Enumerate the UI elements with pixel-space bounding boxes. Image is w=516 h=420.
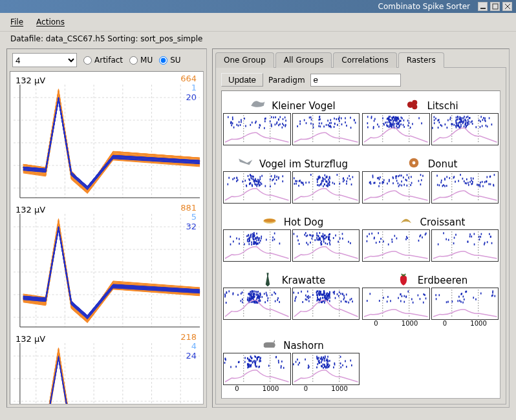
window-close-button[interactable] bbox=[502, 2, 512, 11]
svg-rect-585 bbox=[488, 183, 489, 185]
svg-rect-811 bbox=[453, 242, 454, 244]
svg-rect-732 bbox=[325, 236, 327, 238]
tab-correlations[interactable]: Correlations bbox=[333, 52, 396, 68]
svg-rect-438 bbox=[347, 178, 348, 180]
svg-rect-807 bbox=[469, 235, 470, 237]
svg-rect-575 bbox=[480, 182, 481, 184]
svg-rect-783 bbox=[391, 238, 392, 240]
svg-rect-1023 bbox=[326, 296, 327, 298]
svg-rect-530 bbox=[380, 176, 381, 178]
svg-rect-1269 bbox=[334, 364, 335, 366]
svg-rect-310 bbox=[467, 121, 468, 123]
svg-rect-606 bbox=[443, 184, 444, 186]
svg-rect-1079 bbox=[328, 293, 330, 295]
svg-rect-1250 bbox=[323, 357, 324, 359]
tab-one-group[interactable]: One Group bbox=[215, 52, 274, 68]
svg-rect-1125 bbox=[461, 293, 462, 295]
svg-rect-1224 bbox=[333, 366, 334, 368]
window-maximize-button[interactable] bbox=[490, 2, 500, 11]
paradigm-input[interactable] bbox=[310, 74, 401, 87]
raster-area[interactable]: Kleiner VogelLitschiVogel im SturzflugDo… bbox=[221, 90, 500, 399]
window-minimize-button[interactable] bbox=[478, 2, 488, 11]
svg-rect-1083 bbox=[398, 297, 399, 299]
tab-all-groups[interactable]: All Groups bbox=[275, 52, 332, 68]
svg-rect-612 bbox=[468, 184, 469, 186]
svg-rect-458 bbox=[295, 180, 296, 182]
svg-rect-481 bbox=[298, 185, 299, 187]
bird-icon bbox=[247, 96, 268, 113]
svg-rect-920 bbox=[274, 291, 275, 293]
svg-rect-529 bbox=[392, 177, 394, 179]
radio-su-label: SU bbox=[170, 56, 180, 65]
svg-rect-1018 bbox=[348, 302, 349, 304]
radio-artifact-input[interactable] bbox=[83, 56, 92, 65]
svg-rect-1196 bbox=[250, 364, 251, 366]
svg-rect-988 bbox=[352, 300, 353, 302]
psth-plot bbox=[362, 229, 430, 262]
svg-rect-351 bbox=[438, 119, 439, 121]
svg-rect-702 bbox=[342, 238, 343, 240]
group-select[interactable]: 4 bbox=[12, 53, 77, 67]
svg-rect-263 bbox=[461, 117, 462, 119]
svg-rect-297 bbox=[485, 125, 486, 127]
stimulus-cell: Croissant bbox=[362, 210, 499, 262]
svg-rect-788 bbox=[388, 244, 389, 246]
waveform-plot[interactable]: 132 μV218424 bbox=[10, 330, 203, 404]
svg-rect-495 bbox=[296, 180, 297, 182]
svg-rect-603 bbox=[466, 182, 467, 184]
svg-rect-1209 bbox=[255, 362, 256, 364]
svg-rect-579 bbox=[438, 184, 440, 186]
svg-rect-518 bbox=[403, 176, 404, 178]
radio-mu-input[interactable] bbox=[129, 56, 138, 65]
svg-rect-1056 bbox=[340, 293, 341, 295]
svg-rect-810 bbox=[484, 242, 485, 244]
svg-rect-132 bbox=[310, 123, 312, 125]
svg-rect-441 bbox=[349, 175, 350, 177]
wave-counts: 664120 bbox=[180, 74, 197, 102]
svg-rect-138 bbox=[334, 123, 336, 125]
radio-su-input[interactable] bbox=[159, 56, 167, 65]
svg-rect-457 bbox=[296, 183, 297, 185]
svg-rect-423 bbox=[227, 184, 228, 185]
svg-rect-950 bbox=[251, 296, 252, 298]
svg-rect-1276 bbox=[307, 367, 308, 369]
svg-rect-580 bbox=[489, 184, 491, 185]
svg-rect-597 bbox=[472, 178, 473, 180]
svg-rect-818 bbox=[443, 232, 444, 234]
svg-point-512 bbox=[412, 162, 415, 165]
svg-rect-400 bbox=[282, 180, 283, 182]
svg-rect-411 bbox=[250, 177, 252, 179]
svg-rect-683 bbox=[253, 233, 255, 235]
svg-rect-106 bbox=[305, 122, 306, 124]
svg-rect-692 bbox=[239, 243, 240, 245]
svg-rect-913 bbox=[257, 297, 258, 299]
svg-rect-844 bbox=[264, 301, 266, 303]
waveform-plot[interactable]: 132 μV881532 bbox=[10, 201, 203, 330]
radio-mu[interactable]: MU bbox=[129, 56, 153, 65]
svg-rect-1207 bbox=[260, 358, 261, 360]
svg-rect-718 bbox=[296, 235, 297, 237]
svg-rect-334 bbox=[449, 117, 451, 119]
svg-rect-467 bbox=[334, 183, 335, 185]
menu-file[interactable]: File bbox=[5, 16, 28, 28]
radio-su[interactable]: SU bbox=[159, 56, 180, 65]
svg-rect-1106 bbox=[423, 302, 424, 304]
svg-rect-662 bbox=[230, 236, 231, 238]
radio-artifact[interactable]: Artifact bbox=[83, 56, 123, 65]
svg-rect-792 bbox=[420, 235, 422, 236]
menu-actions[interactable]: Actions bbox=[31, 16, 70, 28]
tab-rasters[interactable]: Rasters bbox=[398, 52, 444, 68]
waveform-list[interactable]: 132 μV664120132 μV881532132 μV218424 bbox=[10, 71, 204, 404]
svg-rect-432 bbox=[258, 183, 259, 185]
waveform-plot[interactable]: 132 μV664120 bbox=[10, 72, 203, 201]
svg-rect-238 bbox=[389, 116, 391, 118]
psth-xticks: 01000 bbox=[362, 320, 430, 327]
svg-rect-213 bbox=[367, 122, 369, 124]
svg-rect-212 bbox=[400, 123, 402, 125]
svg-rect-1191 bbox=[251, 360, 252, 362]
svg-rect-685 bbox=[246, 235, 248, 237]
svg-rect-1211 bbox=[259, 366, 260, 368]
svg-rect-385 bbox=[251, 175, 252, 177]
psth-pair bbox=[362, 113, 499, 145]
update-button[interactable]: Update bbox=[221, 73, 263, 87]
